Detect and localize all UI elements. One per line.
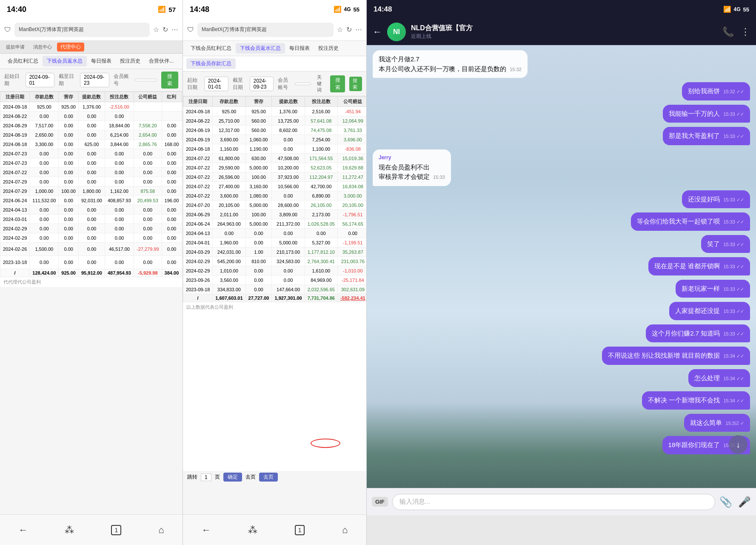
tab-会员红利汇总[interactable]: 会员红利汇总 bbox=[3, 56, 43, 66]
mid-reload-icon[interactable]: ↻ bbox=[346, 26, 352, 34]
left-browser-bar: 🛡 ManBetX(万博体育)官网英超 ☆ ↻ ⋯ bbox=[0, 19, 183, 41]
table-row: 2024-07-291,000.00100.001,800.001,162.00… bbox=[0, 186, 183, 196]
msg-text-6: 等会你们给我大哥一起锁了呗 bbox=[637, 218, 720, 225]
attach-icon[interactable]: 📎 bbox=[719, 496, 732, 508]
nav-tab-highlight[interactable]: 代理中心 bbox=[57, 43, 84, 52]
chat-status-bar: 14:48 📶 4G 55 bbox=[367, 0, 756, 19]
msg-bubble-2: 别给我画饼 15:32 ✓✓ bbox=[682, 82, 750, 100]
msg-text-14: 不解决 一个新增我不会找 bbox=[648, 396, 720, 404]
chat-input-icons: 📎 🎤 bbox=[719, 496, 751, 508]
table-row: 2024-08-1912,317.00560.008,602.0074,475.… bbox=[183, 126, 367, 135]
mid-share-icon[interactable]: ⋯ bbox=[355, 26, 362, 34]
start-date[interactable]: 2024-09-01 bbox=[26, 73, 55, 87]
chat-signal-icon: 📶 bbox=[723, 6, 731, 13]
table-row: 2024-02-290.000.000.000.000.000.000.00详情 bbox=[0, 224, 183, 233]
mid-url-bar[interactable]: ManBetX(万博体育)官网英超 bbox=[197, 23, 334, 37]
msg-bubble-8: 现在是不是 谁都开锁啊 15:33 ✓✓ bbox=[648, 257, 750, 275]
nav-tab-提款申请[interactable]: 提款申请 bbox=[3, 43, 28, 52]
msg-sender-jerry: Jerry bbox=[379, 154, 445, 161]
table-row: 2024-03-010.000.000.000.000.000.000.00详情 bbox=[0, 215, 183, 224]
msg-bubble-14: 不解决 一个新增我不会找 15:34 ✓✓ bbox=[642, 391, 750, 410]
tab-每日报表[interactable]: 每日报表 bbox=[87, 56, 116, 66]
msg-time-7: 15:33 ✓✓ bbox=[723, 242, 744, 247]
member-input[interactable] bbox=[134, 79, 157, 81]
mid-home-button[interactable]: ⌂ bbox=[342, 525, 348, 536]
msg-time-5: 15:33 ✓✓ bbox=[723, 197, 744, 202]
left-time: 14:40 bbox=[7, 5, 26, 14]
tab-下线会员返水总[interactable]: 下线会员返水总 bbox=[43, 56, 87, 66]
chat-input-field[interactable]: 输入消息... bbox=[392, 494, 715, 510]
col-返水: 返水 bbox=[182, 92, 183, 102]
share-icon[interactable]: ⋯ bbox=[171, 26, 178, 34]
msg-bubble-12: 不用说这些 别让我找新增 就目前的数据 15:34 ✓✓ bbox=[602, 347, 750, 365]
msg-text-8: 现在是不是 谁都开锁啊 bbox=[654, 262, 720, 270]
msg-bubble-10: 人家提都还没提 15:33 ✓✓ bbox=[669, 302, 750, 320]
mid-star-icon[interactable]: ☆ bbox=[337, 26, 343, 34]
mid-subtab-存款[interactable]: 下线会员存款汇总 bbox=[186, 58, 236, 69]
mid-share-button[interactable]: ⁂ bbox=[248, 525, 257, 536]
mid-browser-bar: 🛡 ManBetX(万博体育)官网英超 ☆ ↻ ⋯ bbox=[183, 19, 366, 41]
mid-tab-投注[interactable]: 投注历史 bbox=[314, 43, 343, 54]
chat-title-area: NLD合营值班【官方 近期上线 bbox=[411, 24, 717, 40]
mid-tab-每日[interactable]: 每日报表 bbox=[285, 43, 314, 54]
scroll-down-button[interactable]: ↓ bbox=[729, 435, 747, 454]
back-icon: ← bbox=[18, 525, 28, 536]
msg-bubble-3: 我能输一千万的人 15:33 ✓✓ bbox=[663, 105, 750, 123]
chat-subtitle: 近期上线 bbox=[411, 33, 717, 40]
tab-count[interactable]: 1 bbox=[111, 525, 121, 535]
back-button[interactable]: ← bbox=[18, 525, 28, 536]
msg-bubble-7: 笑了 15:33 ✓✓ bbox=[701, 235, 750, 253]
chat-back-button[interactable]: ← bbox=[373, 26, 382, 37]
nav-tab-消息中心[interactable]: 消息中心 bbox=[30, 43, 55, 52]
msg-time-1: 15:32 bbox=[510, 67, 522, 72]
share-button[interactable]: ⁂ bbox=[65, 525, 74, 536]
mid-back-icon: ← bbox=[202, 525, 211, 536]
table-row: 2024-07-290.000.000.000.000.000.000.00详情 bbox=[0, 177, 183, 186]
tab-合营伙伴[interactable]: 合营伙伴... bbox=[145, 56, 178, 66]
mid-sub-nav: 下线会员存款汇总 bbox=[183, 56, 366, 72]
table-row: 2024-02-291,010.000.000.001,610.00-1,010… bbox=[183, 266, 367, 275]
mid-back-button[interactable]: ← bbox=[202, 525, 211, 536]
col-存款总数: 存款总数 bbox=[30, 92, 59, 102]
mid-footer: 以上数据代表公司盈利 bbox=[183, 302, 366, 312]
mid-phone-panel: 14:48 📶 4G 55 🛡 ManBetX(万博体育)官网英超 ☆ ↻ ⋯ … bbox=[183, 0, 367, 545]
tab-投注历史[interactable]: 投注历史 bbox=[116, 56, 145, 66]
table-row: 2024-08-181,160.001,190.000.001,100.00-8… bbox=[183, 144, 367, 154]
gif-button[interactable]: GIF bbox=[372, 497, 388, 507]
left-url-bar[interactable]: ManBetX(万博体育)官网英超 bbox=[14, 23, 150, 37]
mid-search-button[interactable]: 搜索 bbox=[330, 75, 345, 92]
mid-data-table: 注册日期 存款总数 营存 提款总数 投注总数 公司赔益 红利 返水 备注 202… bbox=[183, 96, 366, 302]
go-page-btn[interactable]: 去页 bbox=[259, 473, 278, 482]
chat-messages-container: 我这个月做2.7 本月公司收入还不到一万噢，目前还是负数的 15:32 别给我画… bbox=[367, 45, 756, 488]
mid-col-提款: 提款总数 bbox=[272, 97, 305, 107]
end-label: 截至日期 bbox=[59, 73, 76, 87]
col-公司赔益: 公司赔益 bbox=[134, 92, 162, 102]
msg-row-10: 人家提都还没提 15:33 ✓✓ bbox=[373, 302, 750, 320]
msg-row-8: 现在是不是 谁都开锁啊 15:33 ✓✓ bbox=[373, 257, 750, 275]
mid-tab-返水[interactable]: 下线会员返水汇总 bbox=[236, 43, 285, 54]
more-options-icon[interactable]: ⋮ bbox=[741, 26, 750, 37]
mid-start-date[interactable]: 2024-01-01 bbox=[204, 77, 228, 91]
mid-col-注册: 注册日期 bbox=[183, 97, 213, 107]
msg-text-9: 新老玩家一样 bbox=[682, 285, 720, 292]
table-row: 2024-07-230.000.000.000.000.000.000.00详情 bbox=[0, 158, 183, 168]
msg-time-3: 15:33 ✓✓ bbox=[723, 112, 744, 117]
chat-title: NLD合营值班【官方 bbox=[411, 24, 717, 33]
star-icon[interactable]: ☆ bbox=[153, 26, 159, 34]
search-button[interactable]: 搜索 bbox=[161, 72, 178, 89]
mid-tab-count[interactable]: 1 bbox=[295, 525, 305, 535]
page-input[interactable]: 1 bbox=[201, 473, 211, 481]
mid-member-input[interactable] bbox=[295, 83, 311, 85]
end-date[interactable]: 2024-09-23 bbox=[80, 73, 109, 87]
mid-export-btn[interactable]: 搜索 bbox=[349, 77, 362, 91]
col-红利: 红利 bbox=[162, 92, 182, 102]
mid-end-date[interactable]: 2024-09-23 bbox=[250, 77, 274, 91]
confirm-page-btn[interactable]: 确定 bbox=[223, 473, 242, 482]
left-table-area: 注册日期 存款总数 营存 提款总数 投注总数 公司赔益 红利 返水 参与优惠 备… bbox=[0, 92, 183, 287]
reload-icon[interactable]: ↻ bbox=[163, 26, 168, 34]
home-button[interactable]: ⌂ bbox=[158, 525, 164, 536]
mic-icon[interactable]: 🎤 bbox=[738, 496, 751, 508]
phone-call-icon[interactable]: 📞 bbox=[722, 26, 734, 37]
table-row: 2024-07-220.000.000.000.000.000.000.00详情 bbox=[0, 168, 183, 177]
mid-tab-红利[interactable]: 下线会员红利汇总 bbox=[186, 43, 236, 54]
